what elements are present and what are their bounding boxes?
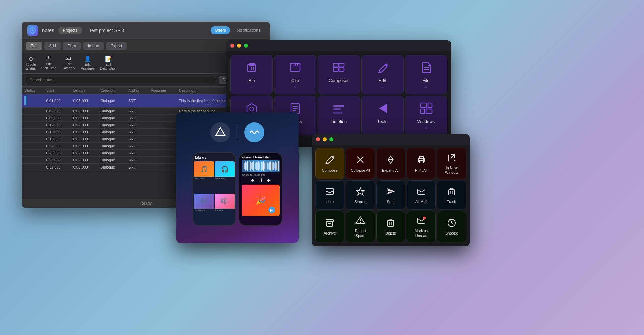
app-tile-clip[interactable]: Clip ⠿ bbox=[274, 55, 316, 94]
edit-assignee-label: EditAssignee bbox=[81, 63, 95, 71]
app-tile-bin[interactable]: Bin ⠿ bbox=[230, 55, 273, 94]
all-mail-label: All Mail bbox=[415, 200, 427, 204]
app-tile-file[interactable]: File ⠿ bbox=[405, 55, 447, 94]
album-title-3: The Weight Of... bbox=[194, 209, 214, 212]
mail-tile-report-spam[interactable]: ReportSpam bbox=[346, 211, 375, 242]
notes-tab-notifications[interactable]: Notifications bbox=[233, 26, 265, 34]
edit-start-time-button[interactable]: ⏱ EditStart Time bbox=[41, 56, 56, 71]
cell-category: Dialogue bbox=[98, 122, 126, 129]
mail-tile-delete[interactable]: Delete bbox=[376, 211, 406, 242]
cell-start: 0:22.000 bbox=[44, 143, 71, 150]
svg-rect-12 bbox=[339, 63, 344, 67]
app-tile-tools[interactable]: Tools ⠿ bbox=[361, 96, 404, 135]
next-button[interactable]: ⏭ bbox=[266, 177, 271, 183]
cell-start: 0:12.000 bbox=[44, 122, 71, 129]
report-spam-label: ReportSpam bbox=[355, 229, 366, 238]
cell-category: Dialogue bbox=[98, 150, 126, 157]
mail-tile-in-new-window[interactable]: In NewWindow bbox=[437, 148, 466, 179]
starred-label: Starred bbox=[354, 200, 366, 204]
cell-start: 0:15.000 bbox=[44, 129, 71, 136]
trash-label: Trash bbox=[447, 200, 457, 204]
export-button[interactable]: Export bbox=[106, 42, 127, 50]
cell-length: 0:03.000 bbox=[71, 164, 98, 171]
cell-length: 0:03.000 bbox=[71, 115, 98, 122]
mail-tile-sent[interactable]: Sent bbox=[376, 180, 406, 210]
cell-author: SRT bbox=[126, 115, 148, 122]
cell-length: 0:03.000 bbox=[71, 143, 98, 150]
edit-description-button[interactable]: 📝 EditDescription bbox=[100, 56, 117, 71]
mail-maximize-dot[interactable] bbox=[329, 137, 333, 141]
mail-tile-archive[interactable]: Archive bbox=[315, 211, 344, 242]
phone2-screen: Where U Found Me bbox=[239, 153, 282, 225]
playback-controls: ⏮ ⏸ ⏭ bbox=[241, 177, 280, 183]
filter-button[interactable]: Filter bbox=[63, 42, 81, 50]
svg-rect-13 bbox=[333, 68, 338, 71]
close-dot[interactable] bbox=[230, 44, 234, 48]
edit-category-button[interactable]: 🏷 EditCategory bbox=[62, 56, 75, 71]
cell-category: Dialogue bbox=[98, 115, 126, 122]
edit-button[interactable]: Edit bbox=[26, 42, 42, 50]
svg-point-19 bbox=[250, 107, 254, 111]
cell-category: Dialogue bbox=[98, 136, 126, 143]
app-tile-windows[interactable]: Windows ⠿ bbox=[405, 96, 447, 135]
import-button[interactable]: Import bbox=[83, 42, 104, 50]
cell-status bbox=[22, 164, 44, 171]
app-tile-composer[interactable]: Composer ⠿ bbox=[318, 55, 360, 94]
now-playing-label: Where U Found Me bbox=[241, 173, 280, 176]
mail-tile-compose[interactable]: Compose bbox=[315, 148, 344, 179]
mail-tile-inbox[interactable]: Inbox bbox=[315, 180, 344, 210]
mail-tile-starred[interactable]: Starred bbox=[346, 180, 375, 210]
app-tile-edit[interactable]: Edit ⠿ bbox=[361, 55, 404, 94]
composer-tile-label: Composer bbox=[329, 78, 349, 83]
clip-icon bbox=[288, 61, 302, 75]
cell-assignee bbox=[148, 108, 176, 115]
svg-rect-11 bbox=[333, 63, 338, 67]
album-thumb-3: 🎶 bbox=[194, 194, 214, 209]
mail-tile-trash[interactable]: Trash bbox=[437, 180, 466, 210]
album-grid: 🎵 Danny Silvers... 🎧 Where U Found... 🎶 … bbox=[193, 161, 235, 225]
notes-titlebar: notes Projects Test project SF 3 Users N… bbox=[22, 22, 270, 39]
maximize-dot[interactable] bbox=[244, 44, 248, 48]
mail-tile-collapse-all[interactable]: Collapse All bbox=[346, 148, 375, 179]
album-3: 🎶 The Weight Of... bbox=[194, 194, 214, 225]
edit-assignee-button[interactable]: 👤 EditAssignee bbox=[81, 56, 95, 71]
cell-assignee bbox=[148, 136, 176, 143]
svg-rect-58 bbox=[388, 221, 394, 226]
music-phones: Library 🎵 Danny Silvers... 🎧 Where U Fou… bbox=[183, 152, 292, 226]
play-button[interactable]: ⏸ bbox=[258, 177, 263, 183]
search-input[interactable] bbox=[26, 76, 216, 84]
mail-minimize-dot[interactable] bbox=[323, 137, 327, 141]
cell-assignee bbox=[148, 94, 176, 108]
mail-tile-expand-all[interactable]: Expand All bbox=[376, 148, 406, 179]
mail-tile-all-mail[interactable]: All Mail bbox=[407, 180, 436, 210]
svg-rect-28 bbox=[421, 103, 427, 108]
waves-logo bbox=[244, 122, 264, 142]
minimize-dot[interactable] bbox=[237, 44, 241, 48]
cell-length: 0:02.000 bbox=[71, 157, 98, 164]
cell-status bbox=[22, 122, 44, 129]
file-tile-label: File bbox=[423, 78, 430, 83]
edit-category-label: EditCategory bbox=[62, 62, 75, 70]
mail-tile-snooze[interactable]: Snooze bbox=[437, 211, 466, 242]
prev-button[interactable]: ⏮ bbox=[250, 177, 255, 183]
col-status: Status bbox=[22, 87, 44, 94]
mail-tile-mark-as-unread[interactable]: Mark asUnread bbox=[407, 211, 436, 242]
logo-divider bbox=[237, 124, 237, 141]
notes-tab-users[interactable]: Users bbox=[211, 26, 230, 34]
app-tile-timeline[interactable]: Timeline ⠿ bbox=[318, 96, 360, 135]
add-button[interactable]: Add bbox=[44, 42, 61, 50]
bin-tile-label: Bin bbox=[249, 78, 255, 83]
windows-icon bbox=[419, 102, 433, 116]
toggle-status-button[interactable]: ⊙ ToggleStatus bbox=[26, 56, 36, 71]
phone-library-screen: Library 🎵 Danny Silvers... 🎧 Where U Fou… bbox=[193, 153, 235, 225]
mark-as-unread-label: Mark asUnread bbox=[415, 229, 428, 238]
album-title-4: STH MIST... bbox=[215, 209, 235, 212]
timeline-tile-label: Timeline bbox=[331, 119, 347, 124]
mail-close-dot[interactable] bbox=[316, 137, 320, 141]
mail-tile-print-all[interactable]: Print All bbox=[407, 148, 436, 179]
cell-author: SRT bbox=[126, 122, 148, 129]
svg-rect-26 bbox=[333, 112, 343, 114]
cell-length: 0:02.000 bbox=[71, 108, 98, 115]
cell-author: SRT bbox=[126, 143, 148, 150]
notes-tab-projects[interactable]: Projects bbox=[58, 27, 82, 34]
